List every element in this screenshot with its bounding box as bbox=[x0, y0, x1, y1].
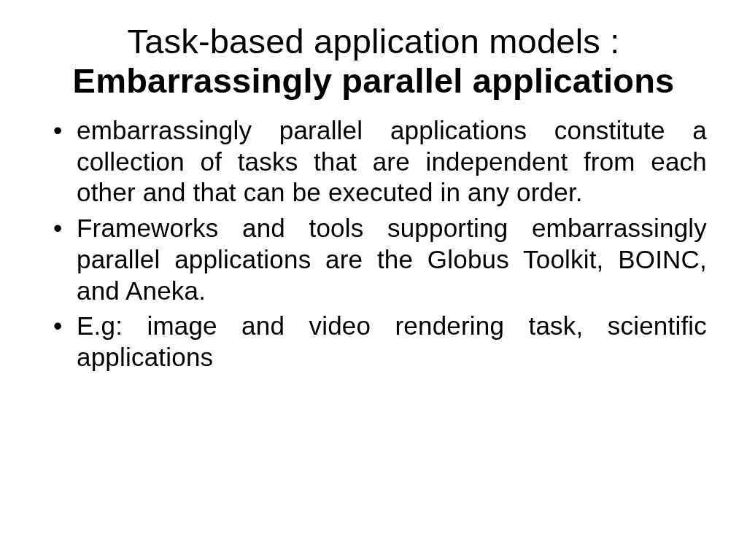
list-item: embarrassingly parallel applications con… bbox=[47, 115, 707, 209]
title-line-2: Embarrassingly parallel applications bbox=[40, 61, 707, 101]
list-item: Frameworks and tools supporting embarras… bbox=[47, 213, 707, 306]
list-item: E.g: image and video rendering task, sci… bbox=[47, 311, 707, 373]
title-line-1: Task-based application models : bbox=[40, 22, 707, 61]
content-list: embarrassingly parallel applications con… bbox=[40, 115, 707, 373]
slide-title: Task-based application models : Embarras… bbox=[40, 22, 707, 101]
